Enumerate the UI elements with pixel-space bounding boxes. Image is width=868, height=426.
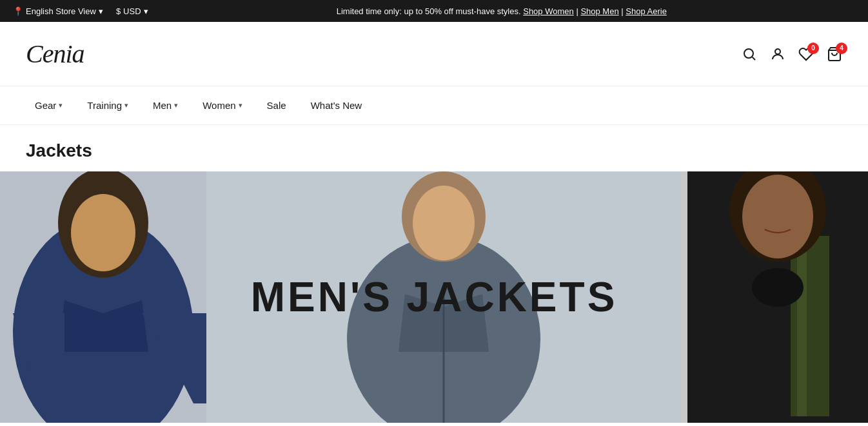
- hero-right-panel: [687, 171, 868, 423]
- shop-aerie-link[interactable]: Shop Aerie: [626, 6, 667, 16]
- top-bar-left: 📍 English Store View ▾ $ USD ▾: [13, 6, 148, 16]
- hero-banner: MEN'S JACKETS: [0, 171, 868, 423]
- nav-whats-new-label: What's New: [311, 100, 362, 111]
- svg-point-2: [775, 49, 780, 54]
- page-title-section: Jackets: [0, 125, 868, 171]
- site-logo[interactable]: Cenia: [26, 39, 84, 69]
- nav-training-chevron: ▾: [124, 101, 128, 110]
- site-header: Cenia 0 4: [0, 22, 868, 86]
- svg-line-1: [753, 57, 755, 59]
- shop-women-link[interactable]: Shop Women: [523, 6, 574, 16]
- hero-left-panel: [0, 171, 226, 423]
- nav-item-sale[interactable]: Sale: [258, 95, 295, 116]
- shop-men-link[interactable]: Shop Men: [580, 6, 618, 16]
- nav-men-label: Men: [153, 100, 172, 111]
- nav-gear-label: Gear: [35, 100, 56, 111]
- promo-text: Limited time only: up to 50% off must-ha…: [337, 6, 521, 16]
- nav-item-men[interactable]: Men ▾: [144, 95, 187, 116]
- currency-label: USD: [123, 6, 141, 16]
- hero-heading: MEN'S JACKETS: [251, 273, 618, 321]
- currency-selector[interactable]: $ USD ▾: [116, 6, 148, 16]
- svg-point-0: [744, 49, 753, 58]
- left-figure-svg: [0, 171, 226, 423]
- nav-gear-chevron: ▾: [59, 101, 63, 110]
- nav-item-women[interactable]: Women ▾: [193, 95, 251, 116]
- store-chevron: ▾: [99, 6, 103, 16]
- svg-point-18: [742, 175, 813, 258]
- nav-training-label: Training: [87, 100, 122, 111]
- currency-symbol: $: [116, 6, 121, 16]
- right-figure-svg: [687, 171, 868, 423]
- nav-item-gear[interactable]: Gear ▾: [26, 95, 72, 116]
- account-button[interactable]: [770, 46, 785, 62]
- store-selector[interactable]: 📍 English Store View ▾: [13, 6, 103, 16]
- nav-sale-label: Sale: [267, 100, 286, 111]
- search-icon: [742, 46, 757, 62]
- nav-women-label: Women: [202, 100, 235, 111]
- nav-women-chevron: ▾: [239, 101, 242, 110]
- top-bar: 📍 English Store View ▾ $ USD ▾ Limited t…: [0, 0, 868, 22]
- cart-button[interactable]: 4: [827, 46, 842, 62]
- search-button[interactable]: [742, 46, 757, 62]
- svg-point-7: [71, 194, 135, 271]
- svg-rect-15: [791, 236, 829, 416]
- location-icon: 📍: [13, 6, 23, 16]
- page-title: Jackets: [26, 140, 842, 161]
- top-bar-promo: Limited time only: up to 50% off must-ha…: [148, 6, 855, 16]
- account-icon: [770, 46, 785, 62]
- store-label: English Store View: [26, 6, 96, 16]
- cart-badge: 4: [836, 43, 847, 54]
- main-nav: Gear ▾ Training ▾ Men ▾ Women ▾ Sale Wha…: [0, 86, 868, 125]
- header-icons: 0 4: [742, 46, 842, 62]
- svg-point-11: [413, 186, 475, 260]
- wishlist-badge: 0: [807, 43, 819, 54]
- nav-item-training[interactable]: Training ▾: [78, 95, 137, 116]
- currency-chevron: ▾: [144, 6, 148, 16]
- nav-item-whats-new[interactable]: What's New: [302, 95, 371, 116]
- nav-men-chevron: ▾: [174, 101, 178, 110]
- wishlist-button[interactable]: 0: [798, 46, 814, 62]
- svg-point-19: [752, 268, 804, 307]
- svg-rect-16: [797, 249, 807, 416]
